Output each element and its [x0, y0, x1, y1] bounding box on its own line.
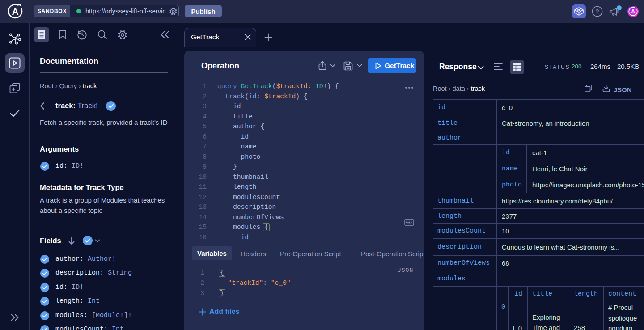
svg-text:A: A — [12, 6, 18, 17]
svg-text:A: A — [631, 8, 635, 15]
svg-text:?: ? — [596, 8, 599, 15]
